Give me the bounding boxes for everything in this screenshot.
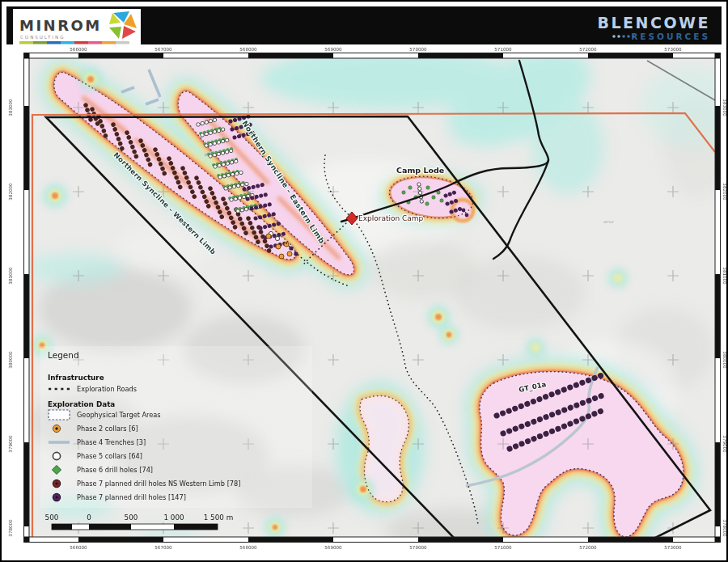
svg-text:0: 0 — [87, 513, 91, 522]
axis-label: 379000 — [8, 435, 13, 453]
header: MINROM CONSULTING BLENCOWE — [6, 6, 722, 47]
axis-label: 383000 — [722, 99, 726, 116]
blencowe-logo: BLENCOWE RESOURCES — [597, 14, 710, 41]
map-canvas: Northern Syncline – Eastern Limb Norther… — [26, 31, 726, 554]
axis-label: 383000 — [8, 99, 13, 116]
camp-lode-label: Camp Lode — [396, 166, 444, 175]
axis-label: 569000 — [324, 545, 342, 550]
blencowe-wordmark: BLENCOWE — [597, 14, 710, 32]
axis-label: 382000 — [722, 183, 726, 201]
axis-label: 569000 — [324, 47, 342, 52]
minrom-tagline: CONSULTING — [20, 35, 65, 40]
axis-label: 567000 — [154, 545, 172, 550]
legend-data-heading: Exploration Data — [48, 400, 115, 408]
legend-item-target-areas: Geophysical Target Areas — [49, 410, 161, 420]
axis-label: 378000 — [8, 519, 13, 537]
svg-text:Geophysical Target Areas: Geophysical Target Areas — [77, 411, 161, 419]
axis-label: 567000 — [154, 47, 172, 52]
svg-text:Phase 4 Trenches [3]: Phase 4 Trenches [3] — [77, 438, 146, 446]
axis-label: 572000 — [579, 545, 597, 550]
axis-label: 573000 — [664, 47, 682, 52]
scalebar-bar — [52, 524, 218, 530]
svg-text:Phase 5 collars [64]: Phase 5 collars [64] — [77, 452, 142, 460]
axis-label: 380000 — [722, 351, 726, 369]
axis-top: 566000 567000 568000 569000 570000 57100… — [70, 47, 682, 52]
target-area-icon — [49, 410, 70, 420]
map-svg: MINROM CONSULTING BLENCOWE — [2, 2, 726, 560]
exploration-camp-label: Exploration Camp — [358, 214, 424, 222]
faint-place-label: amur — [603, 219, 615, 224]
axis-label: 380000 — [8, 351, 13, 369]
svg-text:1 500 m: 1 500 m — [204, 513, 234, 522]
svg-text:Phase 6 drill holes [74]: Phase 6 drill holes [74] — [77, 466, 153, 474]
minrom-wordmark: MINROM — [19, 17, 102, 34]
legend-infrastructure-heading: Infrastructure — [48, 374, 104, 382]
map-figure: MINROM CONSULTING BLENCOWE — [0, 0, 728, 562]
svg-text:500: 500 — [45, 513, 59, 522]
axis-label: 570000 — [409, 47, 427, 52]
svg-text:Phase 7 planned drill holes [1: Phase 7 planned drill holes [147] — [77, 493, 186, 501]
axis-label: 382000 — [8, 183, 13, 201]
axis-label: 566000 — [70, 47, 87, 52]
svg-text:500: 500 — [125, 513, 138, 522]
axis-label: 566000 — [70, 545, 87, 550]
axis-label: 379000 — [722, 435, 726, 453]
axis-label: 568000 — [239, 545, 257, 550]
axis-label: 381000 — [722, 267, 726, 285]
axis-label: 568000 — [239, 47, 257, 52]
axis-label: 381000 — [8, 267, 13, 285]
svg-text:Exploration Roads: Exploration Roads — [77, 385, 137, 393]
legend: Legend Infrastructure Exploration Roads … — [40, 346, 312, 508]
svg-text:Phase 7 planned drill holes NS: Phase 7 planned drill holes NS Western L… — [77, 480, 240, 488]
axis-bottom: 566000 567000 568000 569000 570000 57100… — [70, 545, 682, 550]
phase5-collar-icon — [53, 452, 60, 459]
axis-label: 570000 — [409, 545, 427, 550]
svg-text:1 000: 1 000 — [163, 513, 184, 522]
axis-label: 378000 — [722, 519, 726, 537]
legend-item-phase7-western: Phase 7 planned drill holes NS Western L… — [53, 480, 240, 488]
axis-label: 572000 — [579, 47, 597, 52]
minrom-logo: MINROM CONSULTING — [13, 9, 141, 47]
axis-label: 571000 — [494, 545, 512, 550]
svg-text:Phase 2 collars [6]: Phase 2 collars [6] — [77, 425, 138, 433]
minrom-color-stripe — [19, 41, 129, 44]
axis-label: 573000 — [664, 545, 682, 550]
axis-label: 571000 — [494, 47, 512, 52]
axis-right: 383000 382000 381000 380000 379000 37800… — [722, 99, 726, 537]
blencowe-sub-wordmark: RESOURCES — [631, 32, 710, 41]
axis-left: 383000 382000 381000 380000 379000 37800… — [8, 99, 13, 537]
legend-title: Legend — [48, 350, 79, 360]
